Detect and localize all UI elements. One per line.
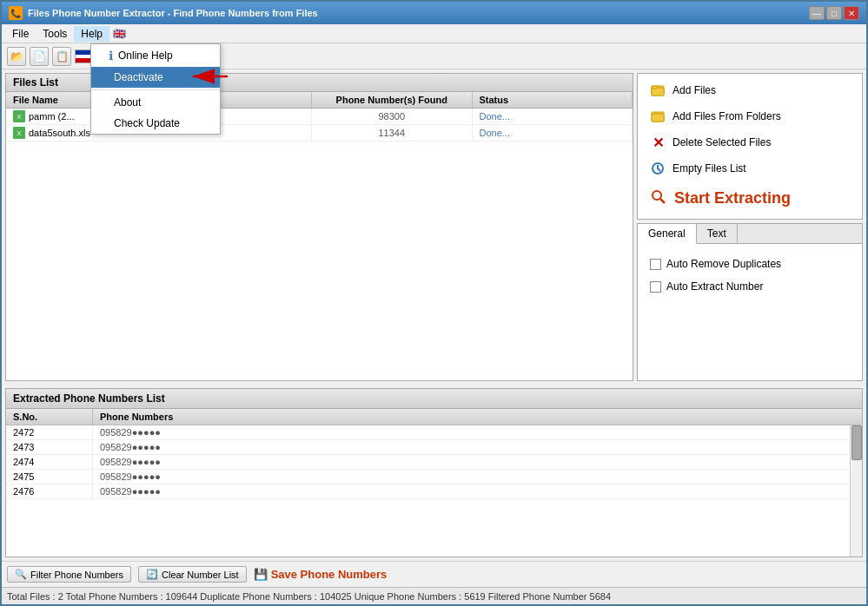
menu-deactivate[interactable]: Deactivate <box>91 67 220 88</box>
tab-text[interactable]: Text <box>697 224 738 243</box>
menu-file[interactable]: File <box>5 26 36 42</box>
info-icon: ℹ <box>109 49 113 63</box>
row-sno-3: 2474 <box>6 455 93 469</box>
bottom-section: Extracted Phone Numbers List S.No. Phone… <box>2 385 866 561</box>
action-buttons-panel: Add Files Add Files From Folders ✕ Delet… <box>637 73 863 220</box>
row-phone-3: 095829●●●●● <box>93 455 862 469</box>
empty-icon <box>650 161 666 176</box>
clear-number-list-button[interactable]: 🔄 Clear Number List <box>138 566 247 583</box>
save-phone-numbers-button[interactable]: 💾 Save Phone Numbers <box>254 568 388 581</box>
tabs-row: General Text <box>638 224 862 244</box>
file-1-status: Done... <box>473 109 633 124</box>
col-status: Status <box>473 92 633 108</box>
start-extracting-label: Start Extracting <box>674 189 791 207</box>
empty-files-button[interactable]: Empty Files List <box>643 157 857 180</box>
option-auto-remove-duplicates[interactable]: Auto Remove Duplicates <box>646 253 853 275</box>
help-dropdown: ℹ Online Help Deactivate About Check Upd… <box>90 43 221 135</box>
checkbox-auto-extract[interactable] <box>650 281 661 293</box>
files-table: File Name Phone Number(s) Found Status X… <box>6 92 633 380</box>
toolbar-btn-1[interactable]: 📂 <box>7 47 26 66</box>
list-item[interactable]: 2472 095829●●●●● <box>6 425 862 440</box>
extracted-body: 2472 095829●●●●● 2473 095829●●●●● 2474 0… <box>6 425 862 557</box>
row-phone-4: 095829●●●●● <box>93 470 862 484</box>
scrollbar-thumb[interactable] <box>851 425 862 460</box>
menu-check-update[interactable]: Check Update <box>91 113 220 134</box>
minimize-button[interactable]: — <box>809 6 825 20</box>
row-phone-5: 095829●●●●● <box>93 484 862 498</box>
col-phone-numbers: Phone Numbers <box>93 409 862 425</box>
col-sno: S.No. <box>6 409 93 425</box>
row-sno-5: 2476 <box>6 484 93 498</box>
status-text: Total Files : 2 Total Phone Numbers : 10… <box>7 591 611 602</box>
clear-icon: 🔄 <box>146 569 158 580</box>
add-files-folders-icon <box>650 109 666 124</box>
filter-icon: 🔍 <box>15 569 27 580</box>
row-phone-2: 095829●●●●● <box>93 440 862 454</box>
bottom-toolbar: 🔍 Filter Phone Numbers 🔄 Clear Number Li… <box>2 561 866 587</box>
list-item[interactable]: 2473 095829●●●●● <box>6 440 862 455</box>
filter-phone-button[interactable]: 🔍 Filter Phone Numbers <box>7 566 131 583</box>
svg-rect-6 <box>652 114 664 122</box>
svg-rect-4 <box>652 86 658 89</box>
start-extracting-button[interactable]: Start Extracting <box>643 183 857 214</box>
close-button[interactable]: ✕ <box>844 6 859 20</box>
menu-tools[interactable]: Tools <box>36 26 74 42</box>
option-auto-extract-number[interactable]: Auto Extract Number <box>646 275 853 298</box>
row-sno-2: 2473 <box>6 440 93 454</box>
svg-line-9 <box>660 199 665 203</box>
options-panel: General Text Auto Remove Duplicates Auto… <box>637 223 863 381</box>
file-2-phone: 11344 <box>312 125 473 141</box>
app-icon: 📞 <box>9 6 23 20</box>
file-2-icon: X <box>13 127 25 139</box>
vertical-scrollbar[interactable] <box>850 425 862 557</box>
file-1-icon: X <box>13 110 25 122</box>
row-phone-1: 095829●●●●● <box>93 425 862 439</box>
window-title: Files Phone Number Extractor - Find Phon… <box>28 8 318 18</box>
toolbar-btn-3[interactable]: 📋 <box>52 47 71 66</box>
title-bar-left: 📞 Files Phone Number Extractor - Find Ph… <box>9 6 318 20</box>
right-panel: Add Files Add Files From Folders ✕ Delet… <box>637 73 863 381</box>
tab-general[interactable]: General <box>638 224 697 244</box>
magnifier-icon <box>650 188 667 208</box>
maximize-button[interactable]: □ <box>826 6 842 20</box>
tab-content: Auto Remove Duplicates Auto Extract Numb… <box>638 244 862 306</box>
add-files-folders-button[interactable]: Add Files From Folders <box>643 105 857 128</box>
save-icon: 💾 <box>254 568 268 581</box>
menu-about[interactable]: About <box>91 92 220 113</box>
checkbox-auto-remove[interactable] <box>650 259 661 270</box>
svg-point-8 <box>653 191 661 200</box>
extracted-header: Extracted Phone Numbers List <box>6 389 862 409</box>
menu-online-help[interactable]: ℹ Online Help <box>91 44 220 67</box>
main-window: 📞 Files Phone Number Extractor - Find Ph… <box>0 0 868 606</box>
add-files-icon <box>650 82 666 98</box>
menu-bar: File Tools Help 🇬🇧 ℹ Online Help Deactiv… <box>2 24 866 43</box>
extracted-table-header: S.No. Phone Numbers <box>6 409 862 425</box>
toolbar-btn-2[interactable]: 📄 <box>30 47 49 66</box>
col-phone: Phone Number(s) Found <box>312 92 473 108</box>
file-2-status: Done... <box>473 125 633 141</box>
title-bar: 📞 Files Phone Number Extractor - Find Ph… <box>2 2 866 24</box>
file-1-phone: 98300 <box>312 109 473 124</box>
menu-divider <box>91 89 220 90</box>
menu-help[interactable]: Help <box>74 26 109 42</box>
title-buttons: — □ ✕ <box>809 6 859 20</box>
menu-flag[interactable]: 🇬🇧 <box>109 26 129 42</box>
list-item[interactable]: 2474 095829●●●●● <box>6 455 862 470</box>
delete-icon: ✕ <box>650 135 666 150</box>
row-sno-4: 2475 <box>6 470 93 484</box>
row-sno-1: 2472 <box>6 425 93 439</box>
extracted-panel: Extracted Phone Numbers List S.No. Phone… <box>5 388 863 557</box>
list-item[interactable]: 2476 095829●●●●● <box>6 484 862 499</box>
list-item[interactable]: 2475 095829●●●●● <box>6 470 862 484</box>
delete-selected-button[interactable]: ✕ Delete Selected Files <box>643 131 857 154</box>
add-files-button[interactable]: Add Files <box>643 79 857 102</box>
status-bar: Total Files : 2 Total Phone Numbers : 10… <box>2 587 866 604</box>
